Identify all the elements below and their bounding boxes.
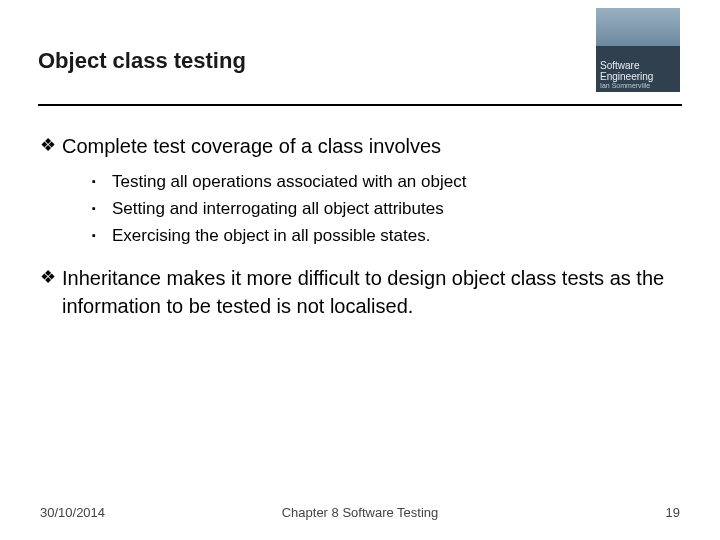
slide: Object class testing Software Engineerin… xyxy=(0,0,720,540)
logo-sub: Ian Sommerville xyxy=(600,82,676,90)
footer-chapter: Chapter 8 Software Testing xyxy=(160,505,560,520)
bullet-level2: ▪ Exercising the object in all possible … xyxy=(92,222,682,249)
bullet-text: Complete test coverage of a class involv… xyxy=(62,132,682,160)
logo-label: Software Engineering xyxy=(600,60,676,82)
sub-list: ▪ Testing all operations associated with… xyxy=(92,168,682,250)
sub-bullet-text: Exercising the object in all possible st… xyxy=(112,222,682,249)
diamond-bullet-icon: ❖ xyxy=(40,132,62,158)
slide-title: Object class testing xyxy=(38,44,246,74)
footer-page: 19 xyxy=(560,505,680,520)
bullet-level2: ▪ Setting and interrogating all object a… xyxy=(92,195,682,222)
diamond-bullet-icon: ❖ xyxy=(40,264,62,290)
header-row: Object class testing xyxy=(38,44,682,74)
bullet-level2: ▪ Testing all operations associated with… xyxy=(92,168,682,195)
square-bullet-icon: ▪ xyxy=(92,222,112,245)
footer: 30/10/2014 Chapter 8 Software Testing 19 xyxy=(0,505,720,520)
square-bullet-icon: ▪ xyxy=(92,168,112,191)
bullet-level1: ❖ Inheritance makes it more difficult to… xyxy=(40,264,682,320)
sub-bullet-text: Testing all operations associated with a… xyxy=(112,168,682,195)
content-area: ❖ Complete test coverage of a class invo… xyxy=(38,132,682,320)
bullet-text: Inheritance makes it more difficult to d… xyxy=(62,264,682,320)
square-bullet-icon: ▪ xyxy=(92,195,112,218)
bullet-level1: ❖ Complete test coverage of a class invo… xyxy=(40,132,682,160)
sub-bullet-text: Setting and interrogating all object att… xyxy=(112,195,682,222)
title-divider xyxy=(38,104,682,106)
footer-date: 30/10/2014 xyxy=(40,505,160,520)
book-logo: Software Engineering Ian Sommerville xyxy=(596,8,680,92)
